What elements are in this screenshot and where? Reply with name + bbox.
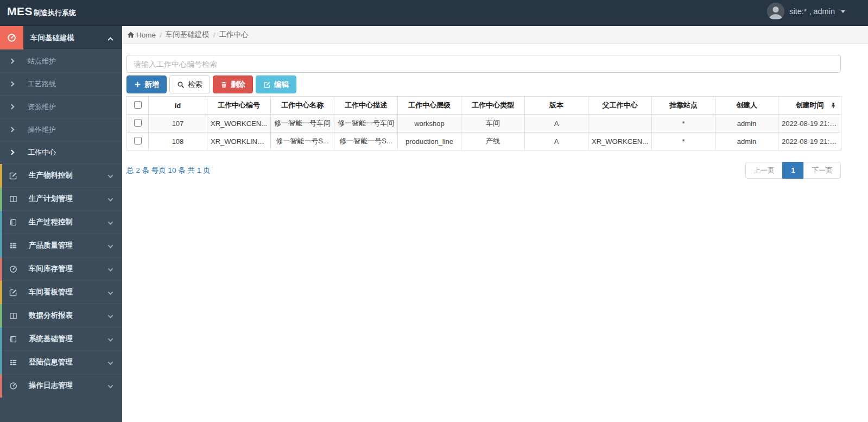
sidebar-item-label: 工作中心 <box>28 148 56 158</box>
search-input[interactable] <box>126 55 841 73</box>
search-button[interactable]: 检索 <box>169 75 210 93</box>
prev-page-button[interactable]: 上一页 <box>745 162 783 179</box>
add-button[interactable]: 新增 <box>126 75 167 93</box>
sidebar-item-resource-maintenance[interactable]: 资源维护 <box>0 95 122 118</box>
chevron-down-icon <box>109 242 112 250</box>
select-all-checkbox[interactable] <box>134 101 142 109</box>
chevron-right-icon <box>9 150 15 155</box>
color-strip <box>0 374 2 398</box>
current-page-button[interactable]: 1 <box>782 162 804 179</box>
sidebar-item-work-center[interactable]: 工作中心 <box>0 141 122 163</box>
edit-icon <box>263 81 271 89</box>
column-header-id: id <box>149 97 207 115</box>
delete-button[interactable]: 删除 <box>213 75 253 93</box>
work-center-panel: 新增 检索 删除 编辑 <box>122 44 841 179</box>
color-strip <box>0 234 2 257</box>
sidebar-group-production-material[interactable]: 生产物料控制 <box>0 163 122 187</box>
column-header-name: 工作中心名称 <box>271 97 334 115</box>
column-header-code: 工作中心编号 <box>207 97 271 115</box>
sidebar-group-login-info[interactable]: 登陆信息管理 <box>0 350 122 374</box>
book-icon <box>9 335 18 343</box>
cell-parent <box>588 115 652 133</box>
toolbar: 新增 检索 删除 编辑 <box>126 75 841 93</box>
next-page-button[interactable]: 下一页 <box>803 162 841 179</box>
columns-icon <box>9 312 18 320</box>
cell-code: XR_WORKCEN... <box>207 115 271 133</box>
color-strip <box>0 257 2 281</box>
sidebar-group-workshop-inventory[interactable]: 车间库存管理 <box>0 257 122 280</box>
column-header-station: 挂靠站点 <box>652 97 715 115</box>
cell-version: A <box>525 115 588 133</box>
color-strip <box>0 211 2 234</box>
cell-creator: admin <box>715 133 778 150</box>
breadcrumb-current: 工作中心 <box>219 30 249 40</box>
breadcrumb-level1[interactable]: 车间基础建模 <box>166 30 210 40</box>
plus-icon <box>134 81 141 88</box>
sidebar-group-workshop-kanban[interactable]: 车间看板管理 <box>0 280 122 304</box>
brand-secondary: 制造执行系统 <box>34 8 76 18</box>
cell-description: 修一智能一号车间 <box>334 115 398 133</box>
sidebar-group-system-base[interactable]: 系统基础管理 <box>0 327 122 350</box>
chevron-right-icon <box>9 81 15 87</box>
column-header-description: 工作中心描述 <box>334 97 398 115</box>
work-center-table: id 工作中心编号 工作中心名称 工作中心描述 工作中心层级 工作中心类型 版本… <box>126 96 841 150</box>
sidebar-group-production-process[interactable]: 生产过程控制 <box>0 210 122 234</box>
chevron-down-icon <box>109 382 112 390</box>
sidebar-group-workshop-modeling[interactable]: 车间基础建模 <box>0 26 122 49</box>
chevron-right-icon <box>9 104 15 110</box>
cell-parent: XR_WORKCEN... <box>588 133 652 150</box>
sidebar-group-operation-log[interactable]: 操作日志管理 <box>0 374 122 397</box>
cell-creator: admin <box>715 115 778 133</box>
column-header-create-time: 创建时间 <box>778 97 841 115</box>
pagination-summary: 总 2 条 每页 10 条 共 1 页 <box>126 166 211 175</box>
gauge-icon <box>9 382 18 390</box>
color-strip <box>0 327 2 351</box>
person-icon <box>767 3 784 20</box>
brand-primary: MES <box>7 5 33 18</box>
color-strip <box>0 187 2 211</box>
sidebar-item-operation-maintenance[interactable]: 操作维护 <box>0 118 122 141</box>
breadcrumb-home-label[interactable]: Home <box>136 31 156 39</box>
row-checkbox[interactable] <box>134 119 142 127</box>
column-header-type: 工作中心类型 <box>461 97 525 115</box>
edit-button[interactable]: 编辑 <box>256 75 296 93</box>
sidebar-group-data-analysis[interactable]: 数据分析报表 <box>0 304 122 327</box>
row-checkbox[interactable] <box>134 137 142 144</box>
sidebar-item-process-route[interactable]: 工艺路线 <box>0 72 122 95</box>
user-avatar[interactable] <box>767 3 784 20</box>
select-all-cell <box>127 97 149 115</box>
trash-icon <box>220 81 227 89</box>
edit-button-label: 编辑 <box>274 80 289 90</box>
sidebar-group-production-plan[interactable]: 生产计划管理 <box>0 187 122 210</box>
sidebar-group-label: 产品质量管理 <box>29 241 73 250</box>
table-row[interactable]: 108 XR_WORKLINE... 修一智能一号S... 修一智能一号S...… <box>127 133 841 150</box>
sidebar-item-station-maintenance[interactable]: 站点维护 <box>0 49 122 72</box>
cell-station: * <box>652 133 715 150</box>
chevron-down-icon <box>109 358 112 367</box>
chevron-down-icon <box>109 312 112 320</box>
table-header-row: id 工作中心编号 工作中心名称 工作中心描述 工作中心层级 工作中心类型 版本… <box>127 97 841 115</box>
chevron-down-icon <box>109 195 112 203</box>
column-header-version: 版本 <box>525 97 588 115</box>
color-strip <box>0 164 2 187</box>
chevron-up-icon <box>109 34 112 42</box>
chevron-down-icon <box>109 288 112 297</box>
table-row[interactable]: 107 XR_WORKCEN... 修一智能一号车间 修一智能一号车间 work… <box>127 115 841 133</box>
sidebar-group-label: 登陆信息管理 <box>29 357 73 367</box>
column-header-level: 工作中心层级 <box>398 97 461 115</box>
user-label[interactable]: site:* , admin <box>789 7 835 16</box>
cell-id: 107 <box>149 115 207 133</box>
chevron-right-icon <box>9 59 15 64</box>
breadcrumb-separator: / <box>213 31 216 39</box>
user-menu[interactable]: site:* , admin <box>767 3 845 20</box>
cell-level: production_line <box>398 133 461 150</box>
column-header-parent: 父工作中心 <box>588 97 652 115</box>
breadcrumb-home[interactable]: Home <box>127 31 156 39</box>
chevron-right-icon <box>9 127 15 133</box>
main-content: Home / 车间基础建模 / 工作中心 新增 检索 删除 <box>122 26 868 422</box>
list-icon <box>9 358 18 367</box>
home-icon <box>127 31 135 39</box>
pin-icon[interactable] <box>830 102 837 109</box>
chevron-down-icon <box>109 265 112 273</box>
sidebar-group-product-quality[interactable]: 产品质量管理 <box>0 234 122 257</box>
